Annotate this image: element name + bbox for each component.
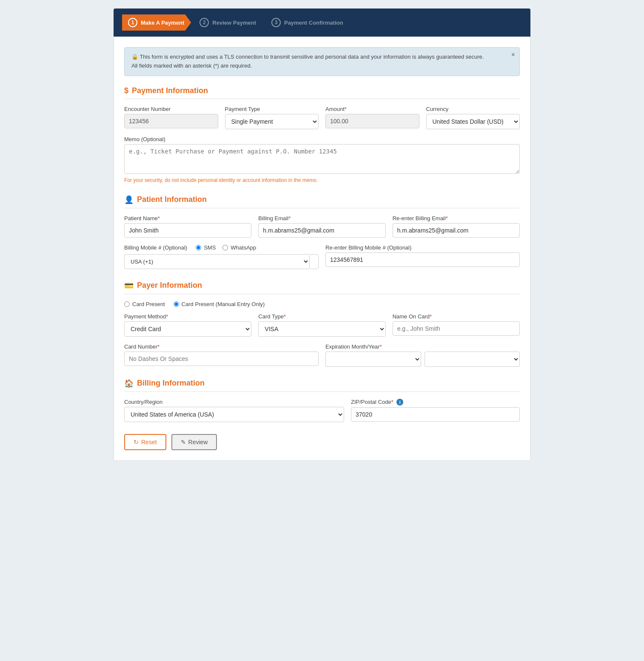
re-billing-mobile-label: Re-enter Billing Mobile # (Optional) — [325, 244, 520, 251]
billing-email-group: Billing Email* — [258, 215, 385, 238]
billing-information-section: 🏠 Billing Information Country/Region Uni… — [124, 379, 520, 422]
card-present-group: Card Present Card Present (Manual Entry … — [124, 301, 520, 307]
whatsapp-radio[interactable] — [222, 245, 228, 250]
re-billing-email-label: Re-enter Billing Email* — [393, 215, 520, 221]
amount-required: * — [345, 106, 347, 112]
card-present-manual-label[interactable]: Card Present (Manual Entry Only) — [174, 301, 265, 307]
amount-input[interactable] — [325, 114, 419, 128]
expiry-row: 01020304 05060708 09101112 202420252026 … — [325, 352, 520, 367]
amount-label: Amount* — [325, 106, 419, 112]
main-content: 🔒 This form is encrypted and uses a TLS … — [114, 37, 530, 461]
country-select[interactable]: United States of America (USA) — [124, 407, 344, 422]
alert-text-1: 🔒 This form is encrypted and uses a TLS … — [131, 53, 504, 62]
memo-label: Memo (Optional) — [124, 136, 520, 142]
step-1-label: Make A Payment — [141, 20, 184, 26]
pencil-icon: ✎ — [181, 439, 186, 445]
payer-section-title: Payer Information — [137, 281, 202, 290]
re-billing-mobile-group: Re-enter Billing Mobile # (Optional) — [325, 244, 520, 269]
patient-name-input[interactable] — [124, 223, 251, 238]
billing-mobile-group: Billing Mobile # (Optional) SMS WhatsApp — [124, 244, 319, 269]
payer-row-1: Payment Method* Credit Card Card Type* V… — [124, 313, 520, 337]
card-present-text: Card Present — [132, 301, 165, 307]
whatsapp-radio-label[interactable]: WhatsApp — [222, 244, 256, 251]
re-mobile-input[interactable] — [325, 252, 520, 267]
zip-label: ZIP/Postal Code* i — [351, 399, 520, 406]
card-present-radio[interactable] — [124, 301, 130, 307]
encounter-number-input[interactable] — [124, 114, 218, 128]
amount-group: Amount* — [325, 106, 419, 129]
step-3-label: Payment Confirmation — [284, 20, 343, 26]
sms-radio-label[interactable]: SMS — [196, 244, 216, 251]
mobile-number-input[interactable] — [309, 254, 319, 269]
card-icon: 💳 — [124, 281, 134, 290]
billing-mobile-label-row: Billing Mobile # (Optional) SMS WhatsApp — [124, 244, 319, 251]
reset-icon: ↻ — [134, 439, 139, 445]
sms-radio[interactable] — [196, 245, 201, 250]
payment-section-header: $ Payment Information — [124, 86, 520, 99]
card-type-select[interactable]: VISA Mastercard Amex — [258, 321, 385, 337]
reset-label: Reset — [141, 439, 157, 445]
payment-method-group: Payment Method* Credit Card — [124, 313, 251, 337]
re-billing-email-group: Re-enter Billing Email* — [393, 215, 520, 238]
alert-close-button[interactable]: × — [511, 51, 515, 59]
phone-row: USA (+1) — [124, 254, 319, 269]
page-wrapper: 1 Make A Payment 2 Review Payment 3 Paym… — [109, 0, 535, 469]
payer-row-2: Card Number* Expiration Month/Year* 0102… — [124, 343, 520, 367]
alert-box: 🔒 This form is encrypted and uses a TLS … — [124, 47, 520, 76]
payment-type-select[interactable]: Single Payment — [225, 114, 319, 129]
billing-email-label: Billing Email* — [258, 215, 385, 221]
card-present-label[interactable]: Card Present — [124, 301, 165, 307]
step-2[interactable]: 2 Review Payment — [191, 14, 263, 31]
step-2-number: 2 — [199, 18, 209, 27]
memo-hint: For your security, do not include person… — [124, 177, 520, 183]
billing-section-title: Billing Information — [137, 379, 205, 388]
reset-button[interactable]: ↻ Reset — [124, 434, 166, 450]
step-2-label: Review Payment — [212, 20, 256, 26]
card-number-group: Card Number* — [124, 343, 319, 367]
patient-section-title: Patient Information — [137, 195, 207, 204]
payment-type-group: Payment Type Single Payment — [225, 106, 319, 129]
patient-section-header: 👤 Patient Information — [124, 195, 520, 208]
memo-textarea[interactable] — [124, 144, 520, 174]
step-3-number: 3 — [271, 18, 281, 27]
card-number-input[interactable] — [124, 352, 319, 366]
patient-row-1: Patient Name* Billing Email* Re-enter Bi… — [124, 215, 520, 238]
encounter-number-label: Encounter Number — [124, 106, 218, 112]
progress-bar: 1 Make A Payment 2 Review Payment 3 Paym… — [114, 9, 530, 37]
payment-type-label: Payment Type — [225, 106, 319, 112]
name-on-card-label: Name On Card* — [393, 313, 520, 320]
name-on-card-input[interactable] — [393, 321, 520, 336]
expiry-month-select[interactable]: 01020304 05060708 09101112 — [325, 352, 421, 367]
name-on-card-group: Name On Card* — [393, 313, 520, 337]
payment-method-select[interactable]: Credit Card — [124, 321, 251, 337]
re-billing-email-input[interactable] — [393, 223, 520, 238]
currency-group: Currency United States Dollar (USD) — [426, 106, 520, 129]
review-label: Review — [188, 439, 208, 445]
expiration-group: Expiration Month/Year* 01020304 05060708… — [325, 343, 520, 367]
step-1-number: 1 — [128, 18, 137, 27]
dollar-icon: $ — [124, 86, 128, 95]
expiration-label: Expiration Month/Year* — [325, 343, 520, 350]
building-icon: 🏠 — [124, 379, 134, 388]
memo-group: Memo (Optional) For your security, do no… — [124, 136, 520, 183]
expiry-year-select[interactable]: 202420252026 2027202820292030 — [425, 352, 520, 367]
patient-name-label: Patient Name* — [124, 215, 251, 221]
currency-label: Currency — [426, 106, 520, 112]
payer-information-section: 💳 Payer Information Card Present Card Pr… — [124, 281, 520, 367]
billing-email-input[interactable] — [258, 223, 385, 238]
currency-select[interactable]: United States Dollar (USD) — [426, 114, 520, 129]
sms-whatsapp-row: SMS WhatsApp — [196, 244, 256, 251]
review-button[interactable]: ✎ Review — [171, 434, 217, 450]
payment-section-title: Payment Information — [132, 86, 208, 95]
zip-info-icon[interactable]: i — [396, 399, 403, 406]
zip-input[interactable] — [351, 407, 520, 422]
billing-row-1: Country/Region United States of America … — [124, 399, 520, 422]
card-present-manual-radio[interactable] — [174, 301, 179, 307]
patient-information-section: 👤 Patient Information Patient Name* Bill… — [124, 195, 520, 269]
step-3[interactable]: 3 Payment Confirmation — [263, 14, 350, 31]
step-1[interactable]: 1 Make A Payment — [122, 14, 191, 31]
encounter-number-group: Encounter Number — [124, 106, 218, 129]
billing-section-header: 🏠 Billing Information — [124, 379, 520, 392]
alert-text-2: All fields marked with an asterisk (*) a… — [131, 62, 504, 71]
country-code-select[interactable]: USA (+1) — [124, 254, 309, 269]
